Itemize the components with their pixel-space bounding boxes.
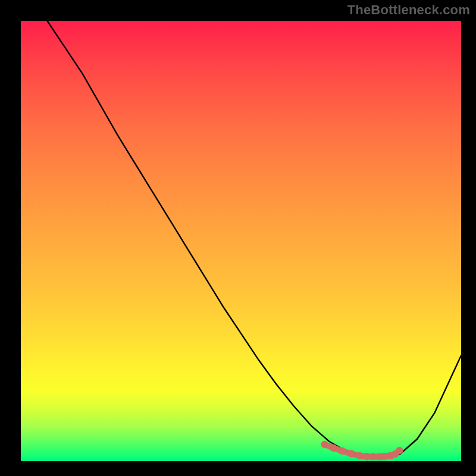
svg-point-11 [396,447,403,454]
plot-area [21,21,461,461]
svg-point-0 [321,441,328,448]
svg-point-5 [363,453,370,460]
svg-point-6 [369,453,377,460]
svg-point-3 [347,450,355,457]
svg-point-8 [380,453,387,460]
svg-point-4 [356,452,364,459]
svg-point-1 [330,444,337,452]
svg-point-2 [339,447,346,455]
curve-layer [21,21,461,461]
watermark-text: TheBottleneck.com [347,2,470,18]
bottleneck-curve [47,21,461,457]
chart-frame: TheBottleneck.com [0,0,476,476]
plot-inner [21,21,461,461]
